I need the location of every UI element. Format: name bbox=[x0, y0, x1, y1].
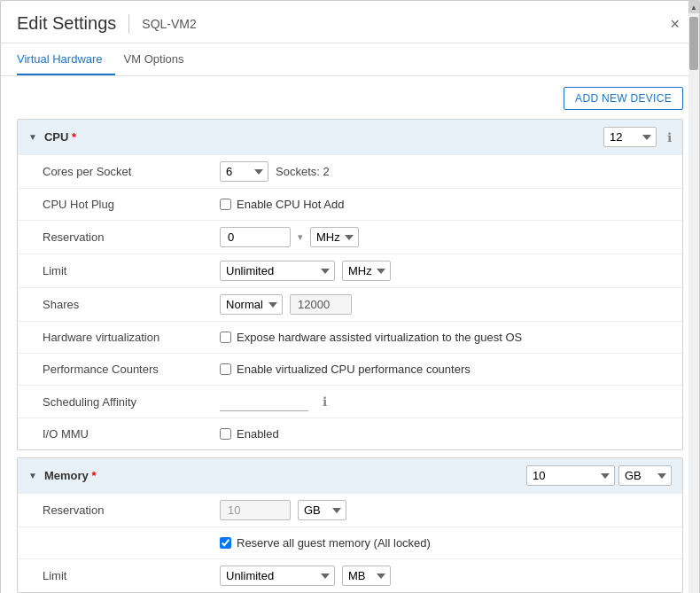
cores-per-socket-row: Cores per Socket 61234 Sockets: 2 bbox=[18, 154, 682, 188]
reserve-all-memory-controls: Reserve all guest memory (All locked) bbox=[220, 536, 672, 550]
cpu-reservation-label: Reservation bbox=[43, 230, 220, 244]
hw-virtualization-row: Hardware virtualization Expose hardware … bbox=[18, 321, 682, 353]
io-mmu-row: I/O MMU Enabled bbox=[18, 417, 682, 449]
add-device-bar: ADD NEW DEVICE bbox=[17, 87, 683, 110]
close-button[interactable]: × bbox=[666, 14, 683, 34]
memory-limit-unit-select[interactable]: MBGB bbox=[342, 566, 391, 586]
cpu-section-value: 12 124816 ℹ bbox=[603, 127, 672, 147]
tab-vm-options[interactable]: VM Options bbox=[124, 43, 197, 75]
cpu-shares-label: Shares bbox=[43, 298, 220, 311]
scrollbar[interactable]: ▲ ▼ bbox=[688, 1, 699, 593]
memory-limit-controls: UnlimitedCustom MBGB bbox=[220, 566, 672, 586]
hw-virtualization-controls: Expose hardware assisted virtualization … bbox=[220, 331, 672, 344]
perf-counters-checkbox[interactable] bbox=[220, 363, 231, 375]
cpu-shares-select[interactable]: NormalLowHighCustom bbox=[220, 294, 283, 315]
scroll-thumb[interactable] bbox=[689, 17, 698, 70]
perf-counters-label: Performance Counters bbox=[43, 363, 220, 376]
reserve-all-memory-text: Reserve all guest memory (All locked) bbox=[237, 536, 431, 550]
tab-virtual-hardware[interactable]: Virtual Hardware bbox=[17, 43, 115, 75]
cpu-limit-unit-select[interactable]: MHzGHz bbox=[342, 261, 391, 281]
io-mmu-controls: Enabled bbox=[220, 427, 672, 441]
memory-limit-label: Limit bbox=[43, 569, 220, 582]
cpu-shares-row: Shares NormalLowHighCustom bbox=[18, 287, 682, 321]
cpu-section-header[interactable]: ▼ CPU * 12 124816 ℹ bbox=[18, 120, 682, 154]
dialog-subtitle: SQL-VM2 bbox=[142, 17, 196, 31]
cores-per-socket-label: Cores per Socket bbox=[43, 165, 220, 178]
memory-chevron-icon: ▼ bbox=[28, 471, 37, 480]
perf-counters-controls: Enable virtualized CPU performance count… bbox=[220, 363, 672, 376]
cpu-limit-controls: UnlimitedCustom MHzGHz bbox=[220, 261, 672, 281]
reserve-all-memory-checkbox[interactable] bbox=[220, 537, 231, 549]
cpu-limit-row: Limit UnlimitedCustom MHzGHz bbox=[18, 254, 682, 287]
memory-limit-row: Limit UnlimitedCustom MBGB bbox=[18, 558, 682, 592]
tabs-container: Virtual Hardware VM Options bbox=[1, 43, 699, 76]
title-separator bbox=[128, 14, 129, 34]
scheduling-affinity-input[interactable] bbox=[220, 392, 308, 411]
hw-virtualization-checkbox-label[interactable]: Expose hardware assisted virtualization … bbox=[220, 331, 522, 344]
scheduling-affinity-row: Scheduling Affinity ℹ bbox=[18, 385, 682, 417]
cpu-limit-select[interactable]: UnlimitedCustom bbox=[220, 261, 335, 281]
cpu-reservation-row: Reservation ▾ MHzGHz bbox=[18, 220, 682, 254]
memory-section: ▼ Memory * 10481632 GBMB Reservation bbox=[17, 457, 683, 593]
add-new-device-button[interactable]: ADD NEW DEVICE bbox=[564, 87, 683, 110]
memory-section-rows: Reservation GBMB Reserve all guest bbox=[18, 493, 682, 592]
cpu-hot-add-checkbox-label[interactable]: Enable CPU Hot Add bbox=[220, 198, 344, 211]
scheduling-affinity-controls: ℹ bbox=[220, 392, 672, 411]
perf-counters-checkbox-label[interactable]: Enable virtualized CPU performance count… bbox=[220, 363, 471, 376]
cpu-chevron-icon: ▼ bbox=[28, 132, 37, 142]
scheduling-affinity-label: Scheduling Affinity bbox=[43, 395, 220, 409]
scroll-up-arrow[interactable]: ▲ bbox=[688, 1, 699, 13]
io-mmu-label: I/O MMU bbox=[43, 427, 220, 441]
memory-reservation-label: Reservation bbox=[43, 503, 220, 517]
cpu-hot-plug-label: CPU Hot Plug bbox=[43, 198, 220, 211]
edit-settings-dialog: ▲ ▼ Edit Settings SQL-VM2 × Virtual Hard… bbox=[0, 0, 700, 593]
hw-virtualization-text: Expose hardware assisted virtualization … bbox=[237, 331, 522, 344]
cpu-section: ▼ CPU * 12 124816 ℹ Cores per Socket 6 bbox=[17, 119, 683, 450]
perf-counters-row: Performance Counters Enable virtualized … bbox=[18, 353, 682, 385]
dialog-title: Edit Settings bbox=[17, 13, 116, 34]
cpu-section-title: CPU * bbox=[44, 130, 76, 144]
io-mmu-checkbox-label[interactable]: Enabled bbox=[220, 427, 279, 441]
reserve-all-memory-row: Reserve all guest memory (All locked) bbox=[18, 527, 682, 558]
cores-per-socket-controls: 61234 Sockets: 2 bbox=[220, 161, 672, 182]
memory-reservation-unit-select[interactable]: GBMB bbox=[298, 500, 346, 520]
memory-reservation-row: Reservation GBMB bbox=[18, 493, 682, 527]
cpu-reservation-unit-select[interactable]: MHzGHz bbox=[310, 227, 359, 247]
cpu-reservation-controls: ▾ MHzGHz bbox=[220, 227, 672, 247]
dialog-header: Edit Settings SQL-VM2 × bbox=[1, 1, 699, 43]
cpu-section-rows: Cores per Socket 61234 Sockets: 2 CPU Ho… bbox=[18, 154, 682, 449]
memory-section-title: Memory * bbox=[44, 469, 97, 482]
cpu-info-icon[interactable]: ℹ bbox=[667, 130, 672, 144]
io-mmu-checkbox[interactable] bbox=[220, 428, 231, 440]
memory-section-value: 10481632 GBMB bbox=[526, 465, 672, 486]
hw-virtualization-label: Hardware virtualization bbox=[43, 331, 220, 344]
cpu-hot-add-text: Enable CPU Hot Add bbox=[237, 198, 344, 211]
sockets-text: Sockets: 2 bbox=[276, 165, 330, 178]
cpu-limit-label: Limit bbox=[43, 264, 220, 277]
perf-counters-text: Enable virtualized CPU performance count… bbox=[237, 363, 471, 376]
cpu-hot-plug-controls: Enable CPU Hot Add bbox=[220, 198, 672, 211]
cpu-hot-add-checkbox[interactable] bbox=[220, 199, 231, 210]
cpu-count-select[interactable]: 12 124816 bbox=[603, 127, 657, 147]
scheduling-info-icon[interactable]: ℹ bbox=[323, 394, 327, 409]
io-mmu-text: Enabled bbox=[237, 427, 279, 441]
cores-per-socket-select[interactable]: 61234 bbox=[220, 161, 268, 182]
cpu-reservation-dropdown-icon: ▾ bbox=[298, 231, 303, 243]
memory-section-header[interactable]: ▼ Memory * 10481632 GBMB bbox=[18, 458, 682, 493]
content-area: ADD NEW DEVICE ▼ CPU * 12 124816 ℹ Cores… bbox=[1, 76, 699, 593]
cpu-hot-plug-row: CPU Hot Plug Enable CPU Hot Add bbox=[18, 188, 682, 220]
hw-virtualization-checkbox[interactable] bbox=[220, 332, 231, 343]
memory-reservation-controls: GBMB bbox=[220, 500, 672, 520]
reserve-all-memory-checkbox-label[interactable]: Reserve all guest memory (All locked) bbox=[220, 536, 431, 550]
cpu-reservation-input[interactable] bbox=[220, 227, 291, 247]
memory-value-select[interactable]: 10481632 bbox=[526, 465, 615, 486]
cpu-shares-value-input[interactable] bbox=[290, 294, 352, 315]
cpu-shares-controls: NormalLowHighCustom bbox=[220, 294, 672, 315]
memory-limit-select[interactable]: UnlimitedCustom bbox=[220, 566, 335, 586]
memory-unit-select[interactable]: GBMB bbox=[618, 465, 672, 486]
memory-reservation-input[interactable] bbox=[220, 500, 291, 520]
